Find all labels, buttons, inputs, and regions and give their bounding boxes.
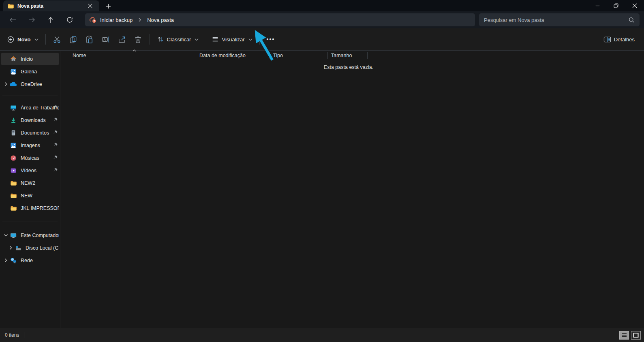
paste-icon[interactable] [81, 32, 98, 47]
sidebar-item-videos[interactable]: Vídeos [1, 164, 59, 177]
column-header-tipo[interactable]: Tipo [270, 52, 328, 59]
view-lines-icon [212, 36, 219, 43]
sidebar-item-imagens[interactable]: Imagens [1, 139, 59, 152]
column-header-data-modificacao[interactable]: Data de modificação [196, 52, 270, 59]
sidebar-item-label: NEW2 [21, 180, 59, 186]
empty-folder-message: Esta pasta está vazia. [316, 64, 381, 70]
details-pane-button[interactable]: Detalhes [600, 32, 638, 47]
sort-button-label: Classificar [167, 36, 191, 43]
sidebar-item-label: Galeria [21, 69, 59, 75]
column-header-nome[interactable]: Nome [60, 52, 196, 59]
command-toolbar: Novo Classificar [0, 28, 644, 51]
folder-icon [9, 205, 17, 212]
sidebar-item-area-de-trabalho[interactable]: Área de Trabalho [1, 101, 59, 114]
sidebar-item-jkl-impressoras[interactable]: JKL IMPRESSORAS I [1, 202, 59, 214]
sidebar-item-inicio[interactable]: Início [1, 53, 59, 65]
sidebar-item-este-computador[interactable]: Este Computador [1, 229, 59, 242]
address-bar[interactable]: Iniciar backup Nova pasta [85, 13, 475, 26]
back-icon[interactable] [6, 14, 19, 26]
sidebar-item-label: Este Computador [21, 233, 59, 238]
delete-icon[interactable] [130, 32, 146, 47]
search-icon[interactable] [629, 17, 635, 23]
toolbar-divider [150, 34, 150, 45]
tab-nova-pasta[interactable]: Nova pasta [3, 0, 99, 11]
forward-icon[interactable] [25, 14, 38, 26]
pin-icon [53, 117, 58, 122]
chevron-right-icon[interactable] [2, 258, 9, 263]
sidebar-item-musicas[interactable]: Músicas [1, 152, 59, 164]
search-box [479, 13, 640, 26]
file-explorer-window: Nova pasta [0, 0, 644, 342]
minimize-button[interactable] [588, 0, 607, 11]
sidebar-separator [2, 96, 58, 96]
restore-button[interactable] [607, 0, 625, 11]
see-more-button[interactable]: ••• [263, 32, 279, 47]
sidebar-item-disco-local-c[interactable]: Disco Local (C:) [1, 242, 59, 254]
rename-icon[interactable] [98, 32, 114, 47]
chevron-down-icon [195, 38, 199, 41]
sidebar-item-documentos[interactable]: Documentos [1, 126, 59, 139]
cut-icon[interactable] [49, 32, 65, 47]
videos-icon [9, 167, 17, 174]
sort-arrows-icon [157, 36, 164, 43]
pin-icon [53, 167, 58, 173]
documents-icon [9, 130, 17, 136]
chevron-down-icon[interactable] [2, 233, 9, 237]
sidebar-item-downloads[interactable]: Downloads [1, 114, 59, 126]
refresh-icon[interactable] [63, 14, 76, 26]
sidebar-separator [2, 222, 58, 222]
status-divider [24, 332, 24, 338]
view-button[interactable]: Visualizar [208, 32, 256, 47]
backup-cloud-icon[interactable] [89, 17, 97, 24]
breadcrumb-chevron-icon[interactable] [136, 18, 144, 22]
view-toggles [619, 331, 641, 340]
toolbar-divider [259, 34, 260, 45]
sidebar-item-onedrive[interactable]: OneDrive [1, 78, 59, 90]
chevron-down-icon [248, 38, 252, 41]
copy-icon[interactable] [65, 32, 81, 47]
sidebar-item-label: OneDrive [21, 81, 59, 87]
chevron-right-icon[interactable] [2, 82, 9, 86]
folder-icon [9, 192, 17, 199]
chevron-right-icon[interactable] [7, 246, 14, 250]
new-tab-button[interactable] [101, 1, 115, 11]
sidebar-item-label: JKL IMPRESSORAS I [21, 205, 59, 211]
search-input[interactable] [484, 17, 629, 23]
column-headers: Nome Data de modificação Tipo Tamanho [60, 51, 644, 60]
onedrive-icon [9, 81, 17, 87]
sidebar-item-label: Rede [21, 258, 59, 263]
pin-icon [53, 155, 58, 160]
details-pane-icon [603, 36, 611, 43]
column-header-tamanho[interactable]: Tamanho [328, 52, 368, 59]
chevron-down-icon [34, 38, 39, 41]
large-icons-view-toggle-icon[interactable] [631, 331, 641, 340]
navigation-pane: InícioGaleriaOneDriveÁrea de TrabalhoDow… [0, 51, 60, 328]
new-button[interactable]: Novo [3, 32, 42, 47]
drive-icon [14, 245, 22, 251]
close-window-button[interactable] [625, 0, 644, 11]
window-controls [588, 0, 644, 11]
up-icon[interactable] [44, 14, 57, 26]
sidebar-item-new[interactable]: NEW [1, 189, 59, 202]
details-view-toggle-icon[interactable] [619, 331, 629, 340]
sidebar-item-galeria[interactable]: Galeria [1, 65, 59, 78]
sidebar-item-rede[interactable]: Rede [1, 254, 59, 267]
downloads-icon [9, 117, 17, 124]
folder-icon [9, 180, 17, 186]
plus-circle-icon [7, 36, 15, 43]
breadcrumb-nova-pasta[interactable]: Nova pasta [147, 17, 174, 23]
sidebar-item-label: Início [21, 56, 59, 62]
music-icon [9, 155, 17, 161]
breadcrumb-iniciar-backup[interactable]: Iniciar backup [100, 17, 133, 23]
sidebar-item-new2[interactable]: NEW2 [1, 177, 59, 189]
more-dots-icon: ••• [267, 36, 275, 43]
tab-strip: Nova pasta [0, 0, 644, 11]
sort-button[interactable]: Classificar [153, 32, 203, 47]
main-area: InícioGaleriaOneDriveÁrea de TrabalhoDow… [0, 51, 644, 328]
network-icon [9, 257, 17, 264]
pc-icon [9, 232, 17, 239]
tab-close-icon[interactable] [85, 2, 95, 10]
folder-icon [7, 3, 14, 9]
sidebar-item-label: NEW [21, 193, 59, 199]
share-icon[interactable] [114, 32, 130, 47]
